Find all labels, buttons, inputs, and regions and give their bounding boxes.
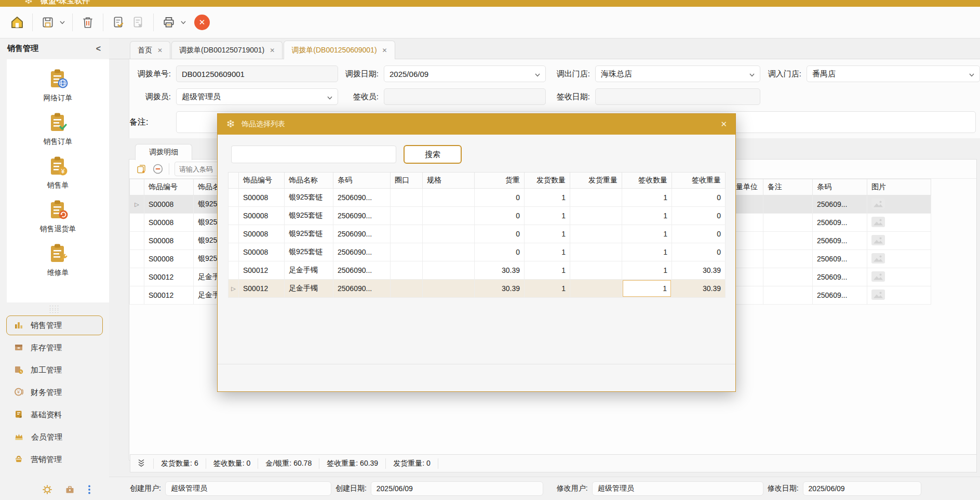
sidebar-item-基础资料[interactable]: 基础资料 — [6, 405, 103, 425]
tab-transfer-2[interactable]: 调拨单(DB001250609001)✕ — [284, 41, 395, 59]
dialog-search-input[interactable] — [231, 146, 396, 163]
sidebar-drag-handle[interactable]: :::::::: — [0, 305, 109, 313]
cell — [391, 207, 423, 225]
column-header[interactable]: 图片 — [867, 179, 931, 195]
image-icon — [871, 257, 885, 265]
sidebar-nav: 销售管理库存管理加工管理¥财务管理基础资料会员管理营销管理 — [0, 313, 109, 472]
item-image-placeholder — [867, 250, 931, 268]
table-row[interactable]: S00008银925套链2506090...0110 — [229, 207, 726, 225]
nav-label: 会员管理 — [31, 432, 62, 442]
cell: S00012 — [239, 280, 285, 298]
print-button[interactable] — [159, 12, 179, 32]
record-footer: 创建用户:超级管理员创建日期:2025/06/09修改用户:超级管理员修改日期:… — [109, 477, 980, 500]
footer-value: 超级管理员 — [592, 481, 763, 496]
column-header[interactable]: 发货重量 — [570, 173, 622, 189]
column-header[interactable]: 规格 — [423, 173, 475, 189]
quick-item-3[interactable]: ¥销售单 — [7, 155, 109, 190]
table-row[interactable]: ▷S00012足金手镯2506090...30.391130.39 — [229, 280, 726, 298]
column-header[interactable]: 条码 — [813, 179, 867, 195]
cell: S00008 — [144, 214, 194, 232]
quick-item-1[interactable]: 网络订单 — [7, 68, 109, 103]
field-label: 调拨单号: — [129, 69, 176, 79]
tab-home[interactable]: 首页✕ — [130, 41, 170, 59]
select-r1-1[interactable]: 2025/06/09 — [384, 65, 546, 82]
input-r2-1[interactable] — [384, 88, 546, 105]
marker-column — [229, 173, 239, 189]
sidebar-item-加工管理[interactable]: 加工管理 — [6, 360, 103, 380]
quick-item-4[interactable]: 销售退货单 — [7, 199, 109, 234]
sidebar-item-销售管理[interactable]: 销售管理 — [6, 315, 103, 335]
tab-close-icon[interactable]: ✕ — [157, 47, 163, 54]
column-header[interactable]: 饰品编号 — [144, 179, 194, 195]
column-header[interactable]: 饰品编号 — [239, 173, 285, 189]
dialog-close-icon[interactable]: ✕ — [720, 120, 727, 129]
dialog-search-button[interactable]: 搜索 — [404, 145, 462, 164]
audit-button[interactable] — [109, 12, 128, 32]
image-icon — [871, 220, 885, 229]
remove-row-button[interactable] — [152, 163, 164, 175]
editing-cell: 1 — [622, 280, 672, 298]
sidebar-quick-panel: 网络订单 销售订单 ¥销售单 销售退货单 维修单 — [7, 59, 109, 302]
quick-item-label: 销售单 — [47, 181, 69, 190]
column-header[interactable]: 货重 — [475, 173, 525, 189]
cell — [391, 261, 423, 280]
unaudit-button[interactable] — [128, 12, 148, 32]
more-button[interactable] — [87, 484, 91, 497]
column-header[interactable]: 发货数量 — [525, 173, 570, 189]
cell: 0 — [672, 225, 726, 243]
home-button[interactable] — [7, 12, 27, 32]
tab-transfer-detail[interactable]: 调拨明细 — [135, 144, 192, 160]
column-header[interactable]: 圈口 — [391, 173, 423, 189]
tab-label: 调拨单(DB001250609001) — [291, 46, 377, 55]
row-marker — [229, 243, 239, 261]
input-r1-0[interactable]: DB001250609001 — [176, 65, 338, 82]
sidebar-item-库存管理[interactable]: 库存管理 — [6, 338, 103, 358]
table-row[interactable]: S00012足金手镯2506090...30.391130.39 — [229, 261, 726, 280]
table-row[interactable]: S00008银925套链2506090...0110 — [229, 243, 726, 261]
column-header[interactable]: 签收数量 — [622, 173, 672, 189]
sidebar-item-财务管理[interactable]: ¥财务管理 — [6, 383, 103, 402]
item-select-table: 饰品编号饰品名称条码圈口规格货重发货数量发货重量签收数量签收重量S00008银9… — [228, 172, 726, 298]
cell: 30.39 — [475, 261, 525, 280]
quick-item-2[interactable]: 销售订单 — [7, 111, 109, 147]
add-row-button[interactable] — [136, 163, 147, 175]
input-r2-2[interactable] — [595, 88, 760, 105]
column-header[interactable]: 条码 — [333, 173, 391, 189]
sidebar-item-营销管理[interactable]: 营销管理 — [6, 450, 103, 469]
column-header[interactable]: 备注 — [763, 179, 813, 195]
tab-transfer-1[interactable]: 调拨单(DB001250719001)✕ — [171, 41, 283, 59]
svg-text:¥: ¥ — [60, 168, 64, 175]
trash-icon — [81, 16, 95, 29]
cell: 银925套链 — [285, 207, 333, 225]
quantity-edit-input[interactable]: 1 — [623, 280, 671, 297]
status-item: 金/银重:60.78 — [265, 459, 312, 468]
save-button[interactable] — [38, 12, 58, 32]
nav-label: 库存管理 — [31, 343, 62, 353]
print-dropdown[interactable] — [179, 12, 188, 32]
select-r1-2[interactable]: 海珠总店 — [595, 65, 760, 82]
cell: 250609... — [813, 268, 867, 286]
table-row[interactable]: S00008银925套链2506090...0110 — [229, 225, 726, 243]
select-r1-3[interactable]: 番禺店 — [807, 65, 980, 82]
save-dropdown[interactable] — [58, 12, 67, 32]
delete-button[interactable] — [78, 12, 98, 32]
workbench-button[interactable] — [65, 485, 75, 496]
sidebar-item-会员管理[interactable]: 会员管理 — [6, 427, 103, 447]
column-header[interactable]: 签收重量 — [672, 173, 726, 189]
cell — [763, 195, 813, 214]
table-row[interactable]: S00008银925套链2506090...0110 — [229, 189, 726, 207]
row-marker — [130, 286, 144, 305]
close-button[interactable]: ✕ — [194, 15, 210, 30]
image-icon — [871, 275, 885, 283]
settings-button[interactable] — [42, 484, 52, 497]
sidebar-collapse-icon[interactable]: < — [94, 44, 103, 54]
column-header[interactable]: 饰品名称 — [285, 173, 333, 189]
tab-close-icon[interactable]: ✕ — [382, 47, 387, 54]
tab-close-icon[interactable]: ✕ — [270, 47, 275, 54]
layers-icon[interactable] — [137, 458, 146, 469]
order-globe-icon — [47, 68, 70, 90]
cell: 30.39 — [672, 280, 726, 298]
quick-item-5[interactable]: 维修单 — [7, 242, 109, 278]
basket-icon — [14, 454, 23, 465]
select-r2-0[interactable]: 超级管理员 — [176, 88, 338, 105]
